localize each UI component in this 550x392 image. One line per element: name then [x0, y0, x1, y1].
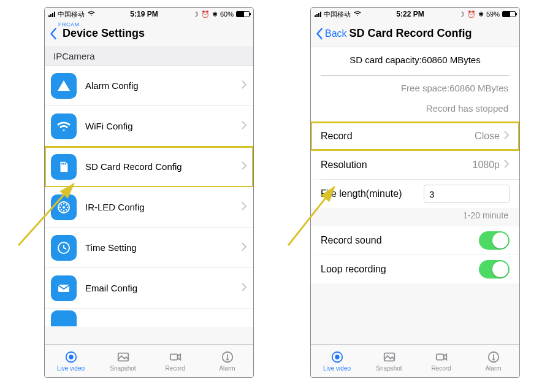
tab-label: Record [165, 365, 185, 372]
dnd-icon: ☽ [193, 10, 199, 18]
tab-label: Snapshot [110, 365, 136, 372]
tab-live-video[interactable]: Live video [311, 345, 363, 377]
frcam-label: FRCAM [58, 21, 80, 28]
carrier-label: 中国移动 [324, 10, 351, 19]
record-sound-toggle[interactable] [479, 231, 510, 250]
chevron-right-icon [503, 130, 510, 142]
svg-point-5 [67, 206, 69, 208]
tab-record[interactable]: Record [149, 345, 201, 377]
loop-recording-toggle[interactable] [479, 260, 510, 279]
wifi-icon [87, 10, 96, 19]
row-label: Time Setting [85, 242, 241, 253]
divider [321, 75, 510, 75]
row-label: Email Config [85, 283, 241, 293]
row-cutoff[interactable] [45, 309, 253, 328]
record-icon [168, 350, 183, 364]
svg-point-19 [227, 359, 228, 360]
free-space-label: Free space:60860 MBytes [311, 79, 519, 97]
tab-label: Live video [323, 365, 351, 372]
carrier-label: 中国移动 [58, 10, 85, 19]
clock-label: 5:19 PM [130, 10, 158, 18]
svg-point-3 [63, 210, 65, 212]
row-email-config[interactable]: Email Config [45, 268, 253, 309]
tab-label: Alarm [219, 365, 235, 372]
chevron-right-icon [241, 242, 247, 254]
battery-pct: 59% [486, 10, 500, 18]
dnd-icon: ☽ [459, 10, 465, 18]
live-video-icon [64, 350, 78, 364]
clock-icon [51, 235, 77, 261]
gear-dots-icon [51, 194, 77, 220]
row-ir-led-config[interactable]: IR-LED Config [45, 187, 253, 228]
svg-marker-24 [443, 354, 446, 359]
phone-right: 中国移动 5:22 PM ☽ ⏰ ✱ 59% Back SD Card Reco… [310, 7, 520, 378]
file-length-hint: 1-20 minute [311, 208, 519, 226]
settings-list: Alarm Config WiFi Config SD Card Record … [45, 66, 253, 328]
row-time-setting[interactable]: Time Setting [45, 228, 253, 268]
battery-icon [236, 11, 250, 17]
back-button[interactable]: Back [315, 28, 347, 40]
alarm-icon [486, 350, 501, 364]
svg-point-9 [66, 209, 67, 210]
row-label: IR-LED Config [85, 202, 241, 212]
wifi-icon [51, 113, 77, 139]
back-label: Back [325, 28, 347, 39]
alarm-set-icon: ⏰ [201, 10, 210, 18]
tab-label: Record [431, 365, 451, 372]
svg-point-4 [59, 206, 61, 208]
row-label: Record [321, 131, 475, 142]
mail-icon [51, 275, 77, 301]
svg-point-2 [63, 202, 65, 204]
row-label: SD Card Record Config [85, 161, 241, 172]
row-label: Loop recording [321, 264, 479, 275]
svg-marker-16 [177, 354, 180, 359]
row-label: WiFi Config [85, 121, 241, 131]
phone-left: 中国移动 5:19 PM ☽ ⏰ ✱ 60% FRCAM Device Sett… [44, 7, 254, 378]
chevron-right-icon [503, 159, 510, 171]
chevron-right-icon [241, 161, 247, 173]
tab-snapshot[interactable]: Snapshot [363, 345, 415, 377]
record-status-label: Record has stopped [311, 97, 519, 122]
row-resolution[interactable]: Resolution 1080p [311, 151, 519, 179]
snapshot-icon [116, 350, 131, 364]
wifi-icon [353, 10, 362, 19]
tab-alarm[interactable]: Alarm [201, 345, 253, 377]
svg-point-13 [69, 355, 73, 359]
snapshot-icon [382, 350, 397, 364]
tab-label: Live video [57, 365, 85, 372]
nav-header: Back SD Card Record Config [311, 20, 519, 47]
row-sd-card-record-config[interactable]: SD Card Record Config [45, 147, 253, 187]
row-label: Record sound [321, 235, 479, 246]
generic-icon [51, 310, 77, 326]
svg-point-1 [63, 206, 65, 209]
row-value: 1080p [473, 159, 500, 171]
alert-triangle-icon [51, 73, 77, 99]
row-file-length: File length(minute) [311, 180, 519, 208]
tab-bar: Live video Snapshot Record Alarm [45, 344, 253, 377]
page-title: Device Settings [63, 27, 145, 40]
tab-label: Snapshot [376, 365, 402, 372]
chevron-right-icon [241, 201, 247, 213]
signal-bars-icon [315, 11, 321, 17]
nav-header: FRCAM Device Settings [45, 20, 253, 47]
status-bar: 中国移动 5:19 PM ☽ ⏰ ✱ 60% [45, 8, 253, 20]
tab-record[interactable]: Record [415, 345, 467, 377]
battery-pct: 60% [220, 10, 234, 18]
signal-bars-icon [48, 11, 55, 17]
chevron-right-icon [241, 282, 247, 294]
row-label: Alarm Config [85, 80, 241, 91]
tab-live-video[interactable]: Live video [45, 345, 97, 377]
file-length-input[interactable] [424, 185, 510, 203]
section-header: IPCamera [45, 47, 253, 66]
row-wifi-config[interactable]: WiFi Config [45, 106, 253, 147]
back-button[interactable] [48, 28, 58, 40]
live-video-icon [330, 350, 345, 364]
svg-point-27 [493, 359, 494, 360]
tab-alarm[interactable]: Alarm [467, 345, 519, 377]
svg-point-21 [335, 355, 339, 359]
row-alarm-config[interactable]: Alarm Config [45, 66, 253, 106]
row-label: File length(minute) [321, 188, 424, 199]
chevron-right-icon [241, 80, 247, 92]
tab-snapshot[interactable]: Snapshot [97, 345, 149, 377]
row-record[interactable]: Record Close [311, 122, 519, 150]
